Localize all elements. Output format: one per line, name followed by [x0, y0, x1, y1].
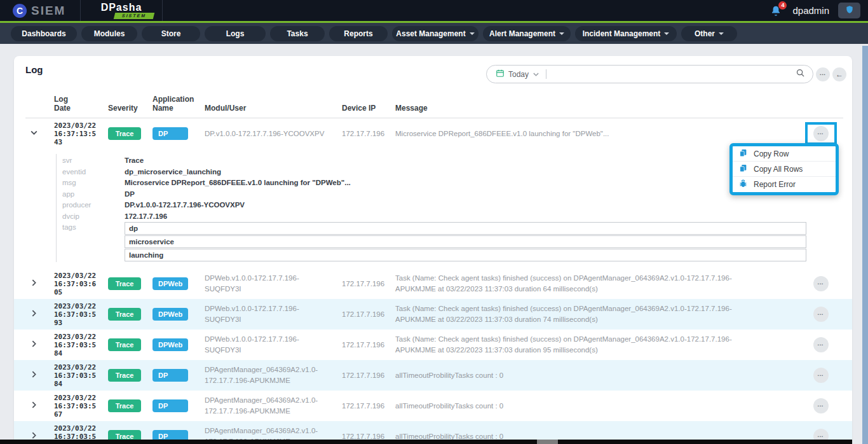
- detail-key: msg: [62, 177, 125, 189]
- row-actions-button[interactable]: •••: [813, 276, 829, 291]
- page-title: Log: [25, 64, 43, 75]
- device-ip: 172.17.7.196: [342, 279, 395, 289]
- shield-icon: [845, 4, 854, 17]
- column-application-name: Application Name: [153, 95, 203, 113]
- device-ip: 172.17.7.196: [342, 370, 395, 381]
- application-badge: DPWeb: [153, 277, 188, 290]
- table-row[interactable]: 2023/03/22 16:37:03:584 Trace DPWeb DPWe…: [14, 330, 852, 360]
- log-date: 2023/03/22: [54, 394, 96, 402]
- nav-logs[interactable]: Logs: [205, 26, 266, 41]
- copy-icon: [739, 164, 747, 174]
- search-bar: Today: [486, 65, 813, 83]
- nav-tasks[interactable]: Tasks: [270, 26, 325, 41]
- row-actions-button[interactable]: •••: [813, 126, 829, 141]
- nav-incident-management[interactable]: Incident Management: [575, 26, 677, 41]
- siem-logo-text: SIEM: [31, 4, 65, 18]
- log-time: 16:37:03:584: [54, 371, 96, 388]
- nav-other[interactable]: Other: [681, 26, 737, 41]
- nav-asset-management[interactable]: Asset Management: [392, 26, 478, 41]
- chevron-down-icon: [470, 32, 475, 35]
- expand-row-button[interactable]: [14, 279, 54, 289]
- log-time: 16:37:03:593: [54, 310, 96, 327]
- dpasha-logo-text: DPasha: [101, 3, 142, 12]
- table-header: Log Date Severity Application Name Modul…: [14, 88, 852, 118]
- log-search-input[interactable]: [546, 70, 796, 79]
- chevron-right-icon: [30, 370, 38, 380]
- application-badge: DP: [153, 127, 188, 140]
- bottom-progress-bar[interactable]: [0, 440, 852, 444]
- date-filter-dropdown[interactable]: Today: [496, 69, 539, 80]
- modul-user: DPWeb.v1.0.0-172.17.7.196-SUQFDY3I: [205, 334, 342, 356]
- notification-count-badge: 4: [778, 1, 787, 10]
- arrow-left-icon: ←: [836, 71, 843, 78]
- detail-value: DP: [125, 189, 135, 200]
- nav-reports[interactable]: Reports: [329, 26, 388, 41]
- severity-badge: Trace: [108, 369, 141, 382]
- menu-item-copy-row[interactable]: Copy Row: [733, 146, 836, 162]
- profile-shield-button[interactable]: [838, 3, 860, 18]
- bell-icon: [770, 8, 782, 19]
- detail-value: DP.v1.0.0-172.17.7.196-YCOOVXPV: [125, 200, 245, 211]
- table-row[interactable]: 2023/03/22 16:37:03:605 Trace DPWeb DPWe…: [14, 268, 852, 299]
- severity-badge: Trace: [108, 127, 141, 140]
- detail-key: app: [62, 189, 125, 200]
- username: dpadmin: [792, 5, 829, 16]
- log-toolbar: Today ••• ←: [486, 65, 846, 83]
- expand-row-button[interactable]: [14, 309, 54, 319]
- search-icon[interactable]: [796, 68, 805, 80]
- row-context-menu: Copy Row Copy All Rows Report Error: [729, 143, 839, 195]
- menu-item-report-error[interactable]: Report Error: [733, 177, 836, 192]
- column-device-ip: Device IP: [342, 104, 395, 113]
- detail-value: Microservice DPReport_686DFEEE.v1.0 laun…: [125, 177, 351, 189]
- expand-row-button[interactable]: [14, 370, 54, 380]
- log-date: 2023/03/22: [54, 363, 96, 371]
- menu-item-copy-all-rows[interactable]: Copy All Rows: [733, 162, 836, 177]
- log-date: 2023/03/22: [54, 121, 96, 130]
- row-actions-button[interactable]: •••: [813, 337, 829, 352]
- nav-dashboards[interactable]: Dashboards: [11, 26, 77, 41]
- row-actions-button[interactable]: •••: [813, 368, 829, 383]
- ellipsis-icon: •••: [820, 73, 825, 76]
- log-time: 16:37:03:584: [54, 341, 96, 357]
- chevron-right-icon: [30, 279, 38, 289]
- tags-list: dp microservice launching: [125, 222, 806, 262]
- ellipsis-icon: •••: [818, 282, 824, 286]
- back-button[interactable]: ←: [832, 67, 846, 81]
- notifications-button[interactable]: 4: [770, 4, 783, 18]
- nav-store[interactable]: Store: [142, 26, 200, 41]
- progress-handle[interactable]: [537, 440, 558, 444]
- copy-icon: [739, 149, 747, 159]
- device-ip: 172.17.7.196: [342, 309, 395, 320]
- ellipsis-icon: •••: [818, 373, 824, 377]
- table-row[interactable]: 2023/03/22 16:37:13:543 Trace DP DP.v1.0…: [14, 118, 852, 149]
- calendar-icon: [496, 69, 505, 80]
- table-row[interactable]: 2023/03/22 16:37:03:584 Trace DP DPAgent…: [14, 360, 852, 391]
- modul-user: DPAgentManager_064369A2.v1.0-172.17.7.19…: [205, 364, 342, 386]
- log-message: Task (Name: Check agent tasks) finished …: [395, 303, 789, 325]
- toolbar-more-button[interactable]: •••: [816, 67, 830, 81]
- row-actions-button[interactable]: •••: [813, 307, 829, 322]
- nav-modules[interactable]: Modules: [81, 26, 137, 41]
- severity-badge: Trace: [108, 308, 141, 321]
- collapse-row-button[interactable]: [14, 128, 54, 139]
- expand-row-button[interactable]: [14, 401, 54, 411]
- tag-value: launching: [125, 249, 806, 261]
- table-row[interactable]: 2023/03/22 16:37:03:593 Trace DPWeb DPWe…: [14, 299, 852, 330]
- application-badge: DPWeb: [153, 308, 188, 321]
- modul-user: DPWeb.v1.0.0-172.17.7.196-SUQFDY3I: [205, 303, 342, 325]
- dpasha-logo: DPasha SISTEM: [81, 0, 163, 21]
- detail-value: Trace: [125, 155, 144, 167]
- table-row[interactable]: 2023/03/22 16:37:03:567 Trace DP DPAgent…: [14, 391, 852, 421]
- chevron-down-icon: [664, 32, 669, 35]
- nav-alert-management[interactable]: Alert Management: [483, 26, 571, 41]
- chevron-right-icon: [30, 401, 38, 411]
- row-actions-button[interactable]: •••: [813, 398, 829, 413]
- vertical-scrollbar[interactable]: [862, 46, 868, 444]
- log-message: allTimeoutProbilityTasks count : 0: [395, 401, 789, 412]
- log-message: allTimeoutProbilityTasks count : 0: [395, 370, 789, 381]
- chevron-right-icon: [30, 340, 38, 350]
- top-header: C SIEM DPasha SISTEM 4 dpadmin: [0, 0, 868, 23]
- expand-row-button[interactable]: [14, 340, 54, 350]
- severity-badge: Trace: [108, 399, 141, 412]
- device-ip: 172.17.7.196: [342, 128, 395, 139]
